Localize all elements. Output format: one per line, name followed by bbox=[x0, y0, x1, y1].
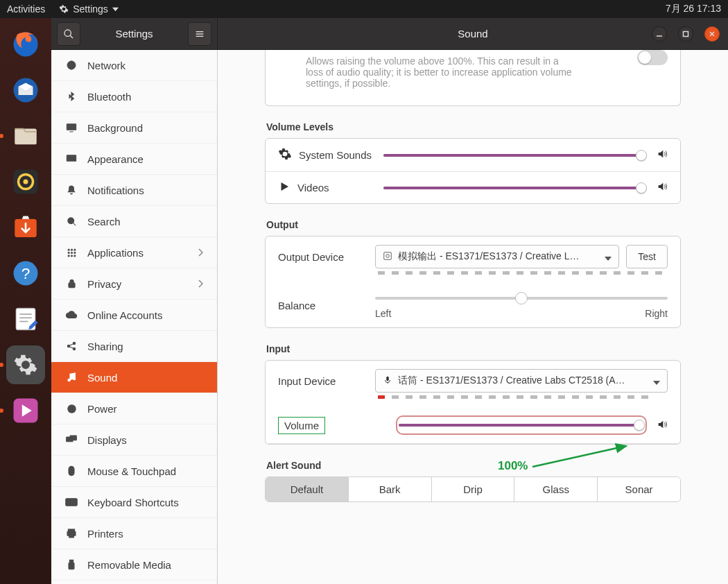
speaker-icon[interactable] bbox=[657, 419, 668, 432]
sidebar: Network Bluetooth Background Appearance … bbox=[51, 50, 218, 584]
section-input: Input bbox=[266, 343, 681, 354]
chevron-down-icon bbox=[605, 251, 612, 263]
sidebar-item-appearance[interactable]: Appearance bbox=[51, 144, 217, 175]
sidebar-item-mouse[interactable]: Mouse & Touchpad bbox=[51, 456, 217, 487]
alert-sonar[interactable]: Sonar bbox=[598, 477, 680, 501]
sidebar-item-privacy[interactable]: Privacy bbox=[51, 268, 217, 300]
output-device-combo[interactable]: 模拟输出 - ES1371/ES1373 / Creative L… bbox=[375, 245, 619, 268]
svg-rect-26 bbox=[67, 124, 76, 130]
svg-text:?: ? bbox=[21, 264, 31, 282]
sidebar-item-sharing[interactable]: Sharing bbox=[51, 331, 217, 362]
dock: ? bbox=[0, 18, 51, 584]
speaker-icon[interactable] bbox=[657, 181, 668, 194]
svg-point-14 bbox=[64, 30, 71, 36]
svg-rect-20 bbox=[684, 31, 688, 36]
keyboard-icon bbox=[65, 498, 78, 506]
alert-glass[interactable]: Glass bbox=[514, 477, 598, 501]
svg-point-32 bbox=[71, 248, 73, 250]
close-button[interactable] bbox=[704, 26, 720, 42]
launcher-files[interactable] bbox=[6, 117, 45, 155]
sidebar-item-keyboard[interactable]: Keyboard Shortcuts bbox=[51, 487, 217, 518]
titlebar: Settings Sound bbox=[51, 18, 728, 50]
svg-rect-65 bbox=[384, 252, 392, 259]
maximize-button[interactable] bbox=[678, 26, 693, 42]
svg-point-66 bbox=[386, 254, 390, 257]
clock[interactable]: 7月 26 17:13 bbox=[666, 3, 721, 15]
launcher-thunderbird[interactable] bbox=[6, 71, 45, 110]
input-device-value: 话筒 - ES1371/ES1373 / Creative Labs CT251… bbox=[398, 375, 648, 387]
grid-icon bbox=[67, 248, 77, 258]
chevron-right-icon bbox=[198, 247, 203, 259]
monitor-icon bbox=[66, 123, 77, 132]
launcher-rhythmbox[interactable] bbox=[6, 162, 45, 201]
launcher-software[interactable] bbox=[6, 208, 45, 247]
usb-icon bbox=[67, 559, 76, 570]
printer-icon bbox=[66, 528, 77, 539]
balance-label: Balance bbox=[278, 300, 375, 311]
globe-icon bbox=[66, 60, 77, 71]
sidebar-item-notifications[interactable]: Notifications bbox=[51, 175, 217, 206]
alert-drip[interactable]: Drip bbox=[432, 477, 515, 501]
svg-point-31 bbox=[67, 248, 69, 250]
sidebar-item-network[interactable]: Network bbox=[51, 50, 217, 81]
sidebar-item-online-accounts[interactable]: Online Accounts bbox=[51, 300, 217, 331]
output-test-button[interactable]: Test bbox=[626, 245, 668, 268]
svg-point-29 bbox=[67, 217, 73, 223]
audio-card-icon bbox=[383, 251, 392, 263]
search-icon bbox=[67, 216, 77, 227]
balance-right-label: Right bbox=[645, 308, 668, 319]
svg-line-44 bbox=[69, 344, 73, 346]
svg-rect-67 bbox=[386, 376, 389, 380]
svg-rect-64 bbox=[69, 560, 73, 562]
svg-rect-62 bbox=[69, 534, 74, 538]
svg-point-35 bbox=[71, 252, 73, 254]
minimize-button[interactable] bbox=[652, 26, 667, 42]
music-icon bbox=[66, 372, 77, 383]
annotation-100pct: 100% bbox=[498, 459, 528, 473]
sidebar-search-button[interactable] bbox=[57, 22, 80, 46]
sidebar-item-bluetooth[interactable]: Bluetooth bbox=[51, 81, 217, 112]
hamburger-menu-button[interactable] bbox=[188, 22, 211, 46]
output-device-label: Output Device bbox=[278, 251, 375, 263]
launcher-help[interactable]: ? bbox=[6, 254, 45, 293]
sidebar-item-power[interactable]: Power bbox=[51, 393, 217, 424]
gear-icon bbox=[59, 4, 69, 14]
launcher-media[interactable] bbox=[6, 391, 45, 430]
sidebar-item-search[interactable]: Search bbox=[51, 206, 217, 237]
input-volume-slider[interactable] bbox=[399, 418, 644, 432]
input-device-combo[interactable]: 话筒 - ES1371/ES1373 / Creative Labs CT251… bbox=[375, 369, 668, 393]
gnome-topbar: Activities Settings 7月 26 17:13 bbox=[0, 0, 728, 18]
svg-line-45 bbox=[69, 347, 73, 349]
svg-point-46 bbox=[68, 379, 70, 381]
sidebar-item-printers[interactable]: Printers bbox=[51, 518, 217, 549]
speaker-icon[interactable] bbox=[657, 148, 668, 162]
alert-bark[interactable]: Bark bbox=[349, 477, 432, 501]
system-sounds-slider[interactable] bbox=[383, 148, 647, 162]
section-volume-levels: Volume Levels bbox=[266, 121, 681, 132]
cloud-icon bbox=[65, 311, 78, 319]
app-menu[interactable]: Settings bbox=[59, 3, 119, 15]
chevron-right-icon bbox=[198, 278, 203, 290]
launcher-texteditor[interactable] bbox=[6, 300, 45, 338]
sidebar-item-sound[interactable]: Sound bbox=[51, 362, 217, 393]
chevron-down-icon bbox=[112, 6, 119, 12]
balance-slider[interactable] bbox=[375, 291, 668, 305]
videos-slider[interactable] bbox=[383, 181, 647, 195]
displays-icon bbox=[66, 435, 77, 445]
launcher-firefox[interactable] bbox=[6, 25, 45, 64]
content-pane: Allows raising the volume above 100%. Th… bbox=[218, 50, 728, 584]
svg-rect-63 bbox=[69, 562, 74, 569]
sidebar-item-applications[interactable]: Applications bbox=[51, 237, 217, 268]
svg-point-34 bbox=[67, 252, 69, 254]
sidebar-item-removable[interactable]: Removable Media bbox=[51, 549, 217, 581]
sidebar-item-displays[interactable]: Displays bbox=[51, 424, 217, 456]
sidebar-item-background[interactable]: Background bbox=[51, 112, 217, 144]
alert-default[interactable]: Default bbox=[266, 477, 349, 501]
svg-line-15 bbox=[70, 35, 73, 38]
overamp-switch[interactable] bbox=[637, 50, 668, 65]
overamp-description: Allows raising the volume above 100%. Th… bbox=[278, 50, 576, 97]
volume-app-system-sounds: System Sounds bbox=[299, 149, 372, 161]
activities-button[interactable]: Activities bbox=[7, 3, 45, 15]
section-output: Output bbox=[266, 219, 681, 230]
launcher-settings[interactable] bbox=[6, 345, 45, 384]
